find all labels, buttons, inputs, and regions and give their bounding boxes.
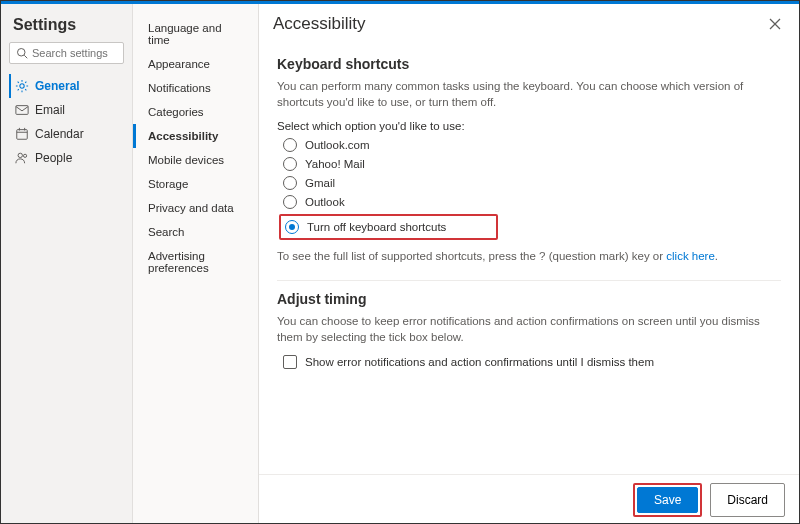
- timing-checkbox-row[interactable]: Show error notifications and action conf…: [283, 355, 781, 369]
- shortcuts-help: To see the full list of supported shortc…: [277, 250, 781, 262]
- svg-line-1: [24, 55, 27, 58]
- gear-icon: [15, 79, 29, 93]
- subnav-search[interactable]: Search: [133, 220, 258, 244]
- search-settings-input[interactable]: [9, 42, 124, 64]
- nav-calendar[interactable]: Calendar: [9, 122, 124, 146]
- radio-icon: [283, 195, 297, 209]
- checkbox-label: Show error notifications and action conf…: [305, 356, 654, 368]
- panel-header: Accessibility: [259, 4, 799, 40]
- panel-body: Keyboard shortcuts You can perform many …: [259, 40, 799, 474]
- radio-label: Outlook.com: [305, 139, 370, 151]
- settings-sidebar-primary: Settings General Email Calendar People: [1, 4, 133, 524]
- radio-gmail[interactable]: Gmail: [283, 176, 781, 190]
- radio-icon: [283, 176, 297, 190]
- subnav-storage[interactable]: Storage: [133, 172, 258, 196]
- subnav-advertising[interactable]: Advertising preferences: [133, 244, 258, 280]
- nav-label: General: [35, 79, 80, 93]
- help-link[interactable]: click here: [666, 250, 715, 262]
- close-icon: [769, 18, 781, 30]
- nav-email[interactable]: Email: [9, 98, 124, 122]
- close-button[interactable]: [765, 14, 785, 34]
- people-icon: [15, 151, 29, 165]
- svg-point-0: [18, 49, 26, 57]
- svg-point-9: [23, 154, 26, 157]
- nav-general[interactable]: General: [9, 74, 124, 98]
- svg-rect-4: [17, 130, 28, 140]
- search-icon: [16, 47, 28, 59]
- svg-rect-3: [16, 106, 28, 115]
- subnav-mobile-devices[interactable]: Mobile devices: [133, 148, 258, 172]
- radio-outlook-com[interactable]: Outlook.com: [283, 138, 781, 152]
- nav-label: Email: [35, 103, 65, 117]
- radio-label: Gmail: [305, 177, 335, 189]
- panel-footer: Save Discard: [259, 474, 799, 524]
- shortcuts-select-label: Select which option you'd like to use:: [277, 120, 781, 132]
- shortcuts-heading: Keyboard shortcuts: [277, 56, 781, 72]
- save-highlight: Save: [633, 483, 702, 517]
- timing-heading: Adjust timing: [277, 291, 781, 307]
- subnav-categories[interactable]: Categories: [133, 100, 258, 124]
- settings-sidebar-secondary: Language and time Appearance Notificatio…: [133, 4, 259, 524]
- shortcuts-desc: You can perform many common tasks using …: [277, 78, 781, 110]
- radio-yahoo[interactable]: Yahoo! Mail: [283, 157, 781, 171]
- radio-label: Outlook: [305, 196, 345, 208]
- radio-turn-off[interactable]: Turn off keyboard shortcuts: [285, 220, 446, 234]
- nav-label: Calendar: [35, 127, 84, 141]
- radio-icon: [283, 157, 297, 171]
- subnav-notifications[interactable]: Notifications: [133, 76, 258, 100]
- svg-point-2: [20, 84, 24, 88]
- radio-icon: [285, 220, 299, 234]
- svg-point-8: [18, 153, 22, 157]
- subnav-language-time[interactable]: Language and time: [133, 16, 258, 52]
- mail-icon: [15, 103, 29, 117]
- subnav-appearance[interactable]: Appearance: [133, 52, 258, 76]
- radio-label: Turn off keyboard shortcuts: [307, 221, 446, 233]
- radio-outlook[interactable]: Outlook: [283, 195, 781, 209]
- settings-container: Settings General Email Calendar People L…: [1, 4, 799, 524]
- checkbox-icon: [283, 355, 297, 369]
- save-button[interactable]: Save: [637, 487, 698, 513]
- search-field[interactable]: [32, 47, 117, 59]
- settings-panel: Accessibility Keyboard shortcuts You can…: [259, 4, 799, 524]
- radio-icon: [283, 138, 297, 152]
- help-pre: To see the full list of supported shortc…: [277, 250, 666, 262]
- subnav-accessibility[interactable]: Accessibility: [133, 124, 258, 148]
- help-post: .: [715, 250, 718, 262]
- panel-title: Accessibility: [273, 14, 366, 34]
- section-divider: [277, 280, 781, 281]
- subnav-privacy-data[interactable]: Privacy and data: [133, 196, 258, 220]
- radio-label: Yahoo! Mail: [305, 158, 365, 170]
- radio-turn-off-highlight: Turn off keyboard shortcuts: [279, 214, 498, 240]
- nav-label: People: [35, 151, 72, 165]
- discard-button[interactable]: Discard: [710, 483, 785, 517]
- nav-people[interactable]: People: [9, 146, 124, 170]
- calendar-icon: [15, 127, 29, 141]
- timing-desc: You can choose to keep error notificatio…: [277, 313, 781, 345]
- settings-title: Settings: [13, 16, 124, 34]
